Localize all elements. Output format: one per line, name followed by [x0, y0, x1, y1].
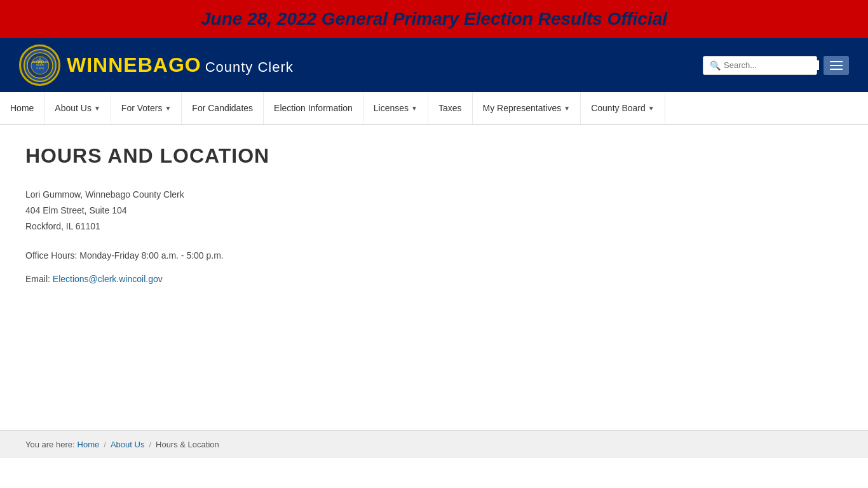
site-header: WINNEBAGO COUNTY ILLINOIS WINNEBAGO Coun…	[0, 38, 868, 92]
seal-svg: WINNEBAGO COUNTY ILLINOIS	[26, 51, 54, 79]
breadcrumb-sep-1: /	[104, 440, 106, 449]
nav-for-voters-label: For Voters	[121, 103, 163, 113]
top-banner: June 28, 2022 General Primary Election R…	[0, 0, 868, 38]
nav-about-us[interactable]: About Us ▼	[44, 92, 111, 124]
address-block: Lori Gummow, Winnebago County Clerk 404 …	[25, 187, 843, 235]
hamburger-line-3	[830, 69, 843, 70]
nav-county-board[interactable]: County Board ▼	[581, 92, 665, 124]
svg-text:ILLINOIS: ILLINOIS	[36, 67, 43, 70]
about-us-dropdown-icon: ▼	[94, 105, 100, 112]
navbar: Home About Us ▼ For Voters ▼ For Candida…	[0, 92, 868, 125]
banner-link[interactable]: June 28, 2022 General Primary Election R…	[201, 9, 667, 29]
page-title: HOURS AND LOCATION	[25, 144, 843, 168]
licenses-dropdown-icon: ▼	[411, 105, 417, 112]
main-content: HOURS AND LOCATION Lori Gummow, Winnebag…	[0, 125, 868, 430]
address-line-1: Lori Gummow, Winnebago County Clerk	[25, 187, 843, 203]
nav-licenses-label: Licenses	[374, 103, 409, 113]
nav-for-candidates[interactable]: For Candidates	[182, 92, 264, 124]
nav-home-label: Home	[10, 103, 34, 113]
county-seal: WINNEBAGO COUNTY ILLINOIS	[19, 44, 60, 86]
office-hours: Office Hours: Monday-Friday 8:00 a.m. - …	[25, 248, 843, 264]
county-board-dropdown-icon: ▼	[648, 105, 654, 112]
email-link[interactable]: Elections@clerk.wincoil.gov	[53, 274, 163, 284]
logo-winnebago: WINNEBAGO	[67, 53, 201, 77]
breadcrumb-sep-2: /	[149, 440, 151, 449]
nav-my-representatives[interactable]: My Representatives ▼	[473, 92, 581, 124]
email-line: Email: Elections@clerk.wincoil.gov	[25, 274, 843, 284]
for-voters-dropdown-icon: ▼	[165, 105, 171, 112]
nav-county-board-label: County Board	[591, 103, 646, 113]
nav-my-representatives-label: My Representatives	[483, 103, 562, 113]
seal-inner: WINNEBAGO COUNTY ILLINOIS	[24, 49, 57, 82]
nav-taxes-label: Taxes	[438, 103, 462, 113]
hamburger-line-2	[830, 65, 843, 66]
my-representatives-dropdown-icon: ▼	[564, 105, 570, 112]
breadcrumb-about-us[interactable]: About Us	[111, 440, 144, 449]
svg-text:COUNTY: COUNTY	[36, 64, 44, 67]
search-box[interactable]: 🔍	[703, 56, 817, 75]
address-line-3: Rockford, IL 61101	[25, 219, 843, 234]
search-input[interactable]	[724, 60, 819, 70]
breadcrumb-home[interactable]: Home	[78, 440, 100, 449]
menu-toggle-button[interactable]	[824, 56, 849, 75]
nav-for-candidates-label: For Candidates	[192, 103, 253, 113]
logo-county-clerk: County Clerk	[205, 59, 294, 76]
logo-area: WINNEBAGO COUNTY ILLINOIS WINNEBAGO Coun…	[19, 44, 294, 86]
email-label: Email:	[25, 274, 53, 284]
address-line-2: 404 Elm Street, Suite 104	[25, 203, 843, 219]
breadcrumb-current: Hours & Location	[156, 440, 219, 449]
you-are-here-label: You are here:	[25, 440, 75, 449]
logo-text: WINNEBAGO County Clerk	[67, 53, 294, 77]
nav-home[interactable]: Home	[0, 92, 44, 124]
nav-about-us-label: About Us	[55, 103, 92, 113]
nav-election-information[interactable]: Election Information	[264, 92, 363, 124]
nav-taxes[interactable]: Taxes	[428, 92, 473, 124]
header-right: 🔍	[703, 56, 849, 75]
nav-election-information-label: Election Information	[274, 103, 353, 113]
search-icon: 🔍	[710, 60, 721, 71]
nav-licenses[interactable]: Licenses ▼	[363, 92, 428, 124]
nav-for-voters[interactable]: For Voters ▼	[111, 92, 182, 124]
hamburger-line-1	[830, 61, 843, 62]
footer-breadcrumb: You are here: Home / About Us / Hours & …	[0, 430, 868, 458]
